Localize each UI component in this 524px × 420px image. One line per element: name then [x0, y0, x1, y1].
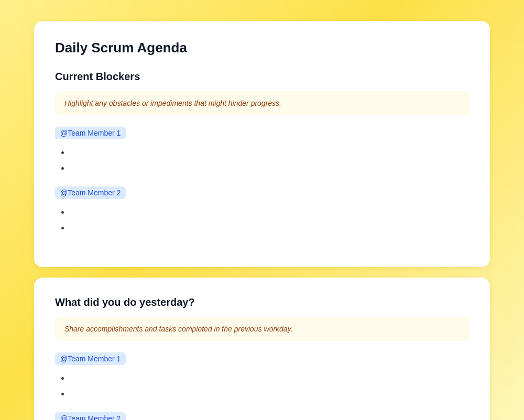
bullet-item — [70, 220, 469, 236]
member-tag-2: @Team Member 2 — [55, 186, 126, 199]
member-section-y2: @Team Member 2 — [55, 412, 469, 420]
hint-text-blockers: Highlight any obstacles or impediments t… — [64, 99, 281, 107]
hint-box-yesterday: Share accomplishments and tasks complete… — [55, 317, 469, 341]
member-section-2: @Team Member 2 — [55, 186, 469, 236]
member-section-y1: @Team Member 1 — [55, 352, 469, 402]
hint-box-blockers: Highlight any obstacles or impediments t… — [55, 91, 469, 115]
section-yesterday-title: What did you do yesterday? — [55, 296, 469, 308]
member-y1-bullets — [55, 370, 469, 402]
page-title: Daily Scrum Agenda — [55, 40, 469, 56]
member-tag-y1: @Team Member 1 — [55, 352, 126, 365]
member-tag-y2: @Team Member 2 — [55, 412, 126, 420]
bullet-item — [70, 160, 469, 176]
bullet-item — [70, 145, 469, 160]
section-current-blockers-title: Current Blockers — [55, 71, 469, 83]
member-section-1: @Team Member 1 — [55, 127, 469, 176]
bullet-item — [70, 204, 469, 220]
card-yesterday: What did you do yesterday? Share accompl… — [34, 278, 490, 420]
hint-text-yesterday: Share accomplishments and tasks complete… — [64, 325, 293, 333]
bullet-item — [70, 370, 469, 386]
member-2-bullets — [55, 204, 469, 236]
member-tag-1: @Team Member 1 — [55, 127, 126, 139]
card-current-blockers: Daily Scrum Agenda Current Blockers High… — [34, 21, 490, 267]
member-1-bullets — [55, 145, 469, 176]
bullet-item — [70, 386, 469, 402]
